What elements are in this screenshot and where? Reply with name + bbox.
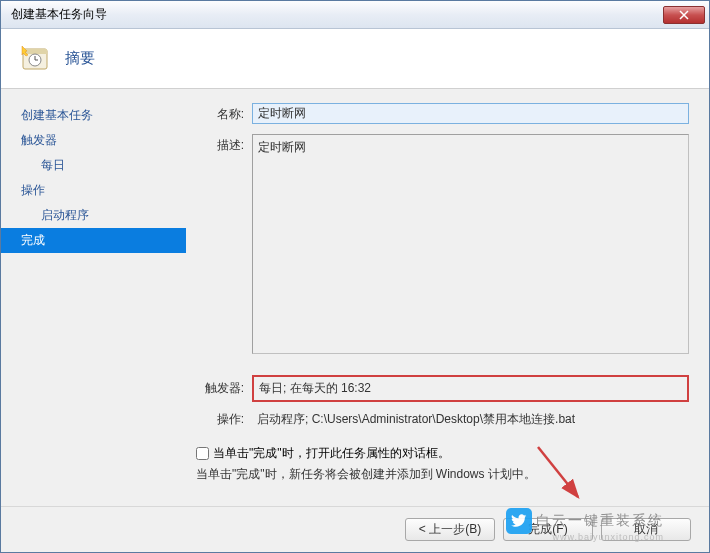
close-button[interactable]	[663, 6, 705, 24]
wizard-footer: 白云一键重装系统 www.baiyunxitong.com < 上一步(B) 完…	[1, 506, 709, 552]
open-properties-label: 当单击"完成"时，打开此任务属性的对话框。	[213, 445, 450, 462]
wizard-icon	[19, 43, 51, 75]
finish-button[interactable]: 完成(F)	[503, 518, 593, 541]
cancel-button[interactable]: 取消	[601, 518, 691, 541]
wizard-step-title: 摘要	[65, 49, 95, 68]
description-textarea[interactable]: 定时断网	[252, 134, 689, 354]
wizard-header: 摘要	[1, 29, 709, 89]
sidebar-item-create-task[interactable]: 创建基本任务	[1, 103, 186, 128]
sidebar-item-trigger[interactable]: 触发器	[1, 128, 186, 153]
desc-label: 描述:	[196, 134, 244, 357]
close-icon	[679, 10, 689, 20]
name-input[interactable]	[252, 103, 689, 124]
trigger-summary-label: 触发器:	[196, 380, 244, 397]
sidebar-item-daily[interactable]: 每日	[1, 153, 186, 178]
titlebar: 创建基本任务向导	[1, 1, 709, 29]
open-properties-checkbox[interactable]	[196, 447, 209, 460]
action-summary-label: 操作:	[196, 411, 244, 428]
sidebar-item-start-program[interactable]: 启动程序	[1, 203, 186, 228]
finish-info-text: 当单击"完成"时，新任务将会被创建并添加到 Windows 计划中。	[196, 466, 689, 483]
back-button[interactable]: < 上一步(B)	[405, 518, 495, 541]
sidebar-item-finish[interactable]: 完成	[1, 228, 186, 253]
sidebar-item-action[interactable]: 操作	[1, 178, 186, 203]
action-summary-value: 启动程序; C:\Users\Administrator\Desktop\禁用本…	[252, 408, 689, 431]
wizard-sidebar: 创建基本任务 触发器 每日 操作 启动程序 完成	[1, 89, 186, 506]
main-content: 名称: 描述: 定时断网 触发器: 每日; 在每天的 16:32 操作: 启动	[186, 89, 709, 506]
window-title: 创建基本任务向导	[11, 6, 107, 23]
trigger-summary-value: 每日; 在每天的 16:32	[252, 375, 689, 402]
name-label: 名称:	[196, 103, 244, 124]
